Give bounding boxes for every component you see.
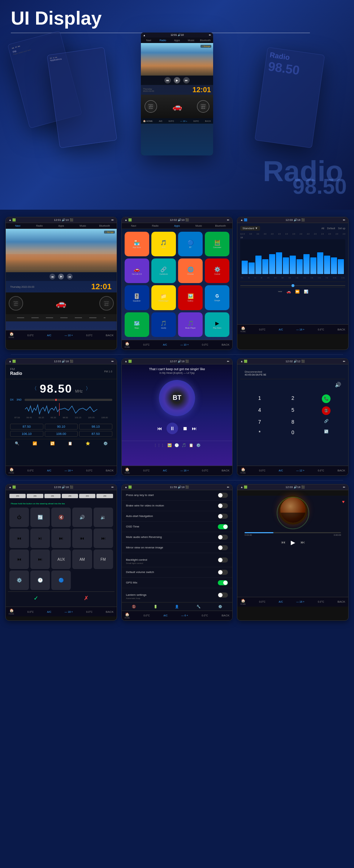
toggle-backlight-switch[interactable] [218, 557, 228, 563]
toggle-brake[interactable]: Brake wire for video in motion [122, 501, 233, 511]
radio-icon-settings[interactable]: ⚙️ [103, 441, 108, 445]
dial-btn-8[interactable]: 8 [276, 417, 309, 427]
settings-bottom-icon-4[interactable]: 🔧 [197, 605, 200, 608]
call-btn[interactable]: 📞 [322, 394, 331, 403]
settings-icon-clock[interactable]: 🕐 [30, 570, 50, 590]
music-play-btn[interactable]: ▶ [291, 539, 295, 546]
back-label-radio[interactable]: BACK [106, 469, 114, 472]
app-gallery[interactable]: 🖼️Gallery [178, 285, 203, 310]
back-label-apps[interactable]: BACK [222, 343, 230, 346]
preset-5[interactable]: 108.00 [45, 431, 78, 437]
toggle-mute-rev[interactable]: Mute audio when Reversing [122, 532, 233, 543]
eq-tab-default[interactable]: Default [327, 227, 335, 230]
eq-dropdown[interactable]: Standard ▼ [240, 226, 260, 231]
dial-btn-4[interactable]: 4 [243, 405, 276, 416]
dial-btn-9-link[interactable]: 🔗 [310, 417, 342, 427]
music-progress-bar[interactable]: 0:00:00 0:00:00 [237, 532, 348, 536]
settings-bottom-icon-2[interactable]: 🔋 [154, 605, 157, 608]
settings-icon-bt[interactable]: 🔵 [51, 570, 71, 590]
settings-bottom-icon-5[interactable]: ⚙️ [218, 605, 222, 608]
preset-1[interactable]: 87.50 [10, 424, 43, 429]
app-musicplayer[interactable]: 🎵Music Player [178, 312, 203, 337]
toggle-volume-switch[interactable] [218, 570, 228, 575]
app-aux[interactable]: 🎵AUX [151, 232, 176, 256]
back-label-bt[interactable]: BACK [222, 469, 230, 472]
music-next-btn[interactable]: ⏭ [301, 540, 305, 545]
settings-icon-volup[interactable]: 🔊 [72, 508, 92, 527]
preset-3[interactable]: 98.10 [79, 424, 112, 429]
app-calculator[interactable]: 🧮Calculator [205, 232, 229, 256]
app-control[interactable]: ⚙️Control [205, 258, 229, 283]
app-maps[interactable]: 🗺️Maps [125, 312, 149, 337]
back-label-settings[interactable]: BACK [106, 610, 114, 613]
radio-icon-fav[interactable]: ⭐ [86, 441, 90, 445]
settings-icon-voldown[interactable]: 🔉 [94, 508, 113, 527]
radio-icon-list[interactable]: 📋 [68, 441, 72, 445]
dial-btn-2[interactable]: 2 [276, 393, 309, 405]
bt-next-btn[interactable]: ⏭ [192, 426, 197, 431]
app-playstore[interactable]: ▶Play Store [205, 312, 229, 337]
toggle-press-key[interactable]: Press any key to start [122, 490, 233, 501]
radio-icon-signal[interactable]: 📶 [33, 441, 37, 445]
app-appstore[interactable]: 🏪App Store [125, 232, 149, 256]
back-label-phone[interactable]: BACK [337, 469, 345, 472]
preset-6[interactable]: 87.50 [79, 431, 112, 437]
dial-btn-star[interactable]: * [243, 427, 276, 437]
back-label-eq[interactable]: BACK [337, 328, 345, 331]
eq-tab-setup[interactable]: Set up [338, 227, 345, 230]
app-google[interactable]: GGoogle [205, 285, 229, 310]
dial-btn-1[interactable]: 1 [243, 393, 276, 405]
radio-icon-loop[interactable]: 🔁 [50, 441, 55, 445]
dial-btn-0[interactable]: 0 [276, 427, 309, 437]
preset-4[interactable]: 106.10 [10, 431, 43, 437]
toggle-brake-switch[interactable] [218, 503, 228, 508]
settings-icon-fm[interactable]: FM [94, 550, 113, 569]
toggle-lantern[interactable]: Lantern settings Automatic loop [122, 588, 233, 602]
dial-btn-hash[interactable]: ↩️ [310, 427, 342, 437]
toggle-osd-switch[interactable] [218, 524, 228, 529]
eq-tab-all[interactable]: All [321, 227, 324, 230]
cancel-btn[interactable]: ✗ [84, 595, 88, 602]
settings-icon-aux[interactable]: AUX [51, 550, 71, 569]
bt-play-btn[interactable]: ⏸ [167, 423, 178, 434]
toggle-mute-rev-switch[interactable] [218, 535, 228, 540]
app-carlink[interactable]: 🚗Car Link 2.0 [125, 258, 149, 283]
settings-icon-prev2[interactable]: ⏮ [72, 529, 92, 548]
toggle-mirror[interactable]: Mirror view on reverse image [122, 543, 233, 553]
settings-icon-prev3[interactable]: ⏮ [9, 550, 29, 569]
app-mocify[interactable]: 🎵mocify [151, 312, 176, 337]
hangup-btn[interactable]: 📵 [322, 406, 331, 415]
app-carbitlink[interactable]: 🔗CarbitLink [151, 258, 176, 283]
check-btn[interactable]: ✓ [34, 595, 38, 602]
freq-prev-btn[interactable]: 〈 [32, 385, 37, 392]
app-chrome[interactable]: 🌐Chrome [178, 258, 203, 283]
like-icon[interactable]: ♥ [342, 499, 345, 504]
app-bt[interactable]: 🔵BT [178, 232, 203, 256]
toggle-lantern-switch[interactable] [218, 593, 228, 598]
back-label-music[interactable]: BACK [337, 600, 345, 603]
settings-icon-am[interactable]: AM [72, 550, 92, 569]
app-equalizer[interactable]: 🎚️Equalizer [125, 285, 149, 310]
music-prev-btn[interactable]: ⏮ [281, 540, 285, 545]
freq-next-btn[interactable]: 〉 [86, 385, 91, 392]
dial-btn-5[interactable]: 5 [276, 405, 309, 416]
settings-icon-next3[interactable]: ⏭ [30, 550, 50, 569]
settings-icon-power[interactable]: ⏻ [9, 508, 29, 527]
settings-icon-refresh[interactable]: 🔄 [30, 508, 50, 527]
settings-icon-playpause[interactable]: ⏯ [30, 529, 50, 548]
settings-icon-next1[interactable]: ⏭ [51, 529, 71, 548]
settings-icon-mute[interactable]: 🔇 [51, 508, 71, 527]
settings-icon-prev1[interactable]: ⏮ [9, 529, 29, 548]
settings-icon-gear[interactable]: ⚙️ [9, 570, 29, 590]
settings-icon-next2[interactable]: ⏭ [94, 529, 113, 548]
toggle-gps-switch[interactable] [218, 580, 228, 585]
preset-2[interactable]: 90.10 [45, 424, 78, 429]
toggle-mirror-switch[interactable] [218, 545, 228, 550]
dial-btn-7[interactable]: 7 [243, 417, 276, 427]
toggle-backlight[interactable]: Backlight control Small light control [122, 553, 233, 567]
bt-stop-btn[interactable]: ⏹ [182, 426, 187, 431]
toggle-autonav[interactable]: Auto-start Navigation [122, 511, 233, 522]
toggle-volume[interactable]: Default volume switch [122, 567, 233, 578]
radio-icon-search[interactable]: 🔍 [15, 441, 19, 445]
back-label-toggles[interactable]: BACK [222, 614, 230, 617]
